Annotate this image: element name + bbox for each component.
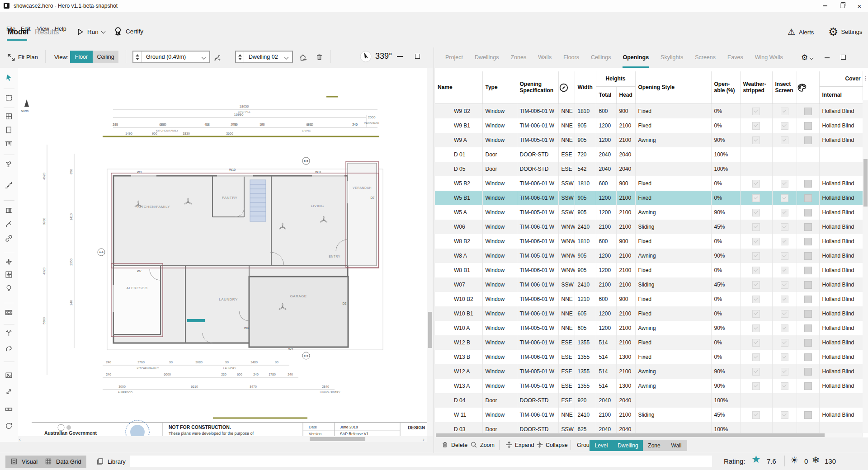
table-row[interactable]: W10 B1WindowTIM-006-01 WNNE60512002100Fi… bbox=[435, 306, 863, 321]
weatherstripped-checkbox[interactable] bbox=[752, 281, 760, 289]
column-header-weatherstripped[interactable]: Weather- stripped bbox=[740, 71, 772, 104]
window-minimize-button[interactable] bbox=[816, 0, 834, 12]
table-row[interactable]: W9 B1WindowTIM-006-01 WNNE90512002100Fix… bbox=[435, 118, 863, 133]
insect-checkbox[interactable] bbox=[781, 194, 788, 202]
column-header-openable[interactable]: Open- able (%) bbox=[711, 71, 740, 104]
color-swatch[interactable] bbox=[804, 238, 812, 245]
plan-horizontal-scrollbar[interactable]: ‹ › bbox=[18, 436, 427, 442]
hose-tool[interactable] bbox=[5, 221, 13, 229]
heater-tool[interactable] bbox=[5, 207, 13, 215]
north-rotation-icon[interactable] bbox=[360, 51, 372, 62]
level-stepper[interactable] bbox=[133, 52, 142, 62]
window-restore-button[interactable] bbox=[834, 0, 851, 12]
grid-tab-skylights[interactable]: Skylights bbox=[660, 48, 683, 68]
lasso-tool[interactable] bbox=[5, 345, 13, 353]
color-swatch[interactable] bbox=[804, 339, 812, 347]
level-select[interactable]: Ground (0.49m) bbox=[132, 51, 210, 63]
expand-button[interactable]: Expand bbox=[515, 442, 534, 448]
table-row[interactable]: D 04DoorDOOR-STDESE92020402040100% bbox=[435, 393, 863, 408]
selected-opening-highlight[interactable] bbox=[187, 319, 205, 322]
color-swatch[interactable] bbox=[804, 136, 812, 144]
table-row[interactable]: W8 AWindowTIM-005-01 WWNW90512002100Awni… bbox=[435, 249, 863, 263]
table-row-selected[interactable]: W5 B1WindowTIM-006-01 WSSW90512002100Fix… bbox=[435, 191, 863, 205]
color-swatch[interactable] bbox=[804, 368, 812, 376]
grid-tab-floors[interactable]: Floors bbox=[563, 48, 579, 68]
floor-plan-canvas[interactable]: North KITCHEN/FAMILY PANTRY LIVING VERAN… bbox=[18, 68, 427, 436]
dwelling-stepper[interactable] bbox=[236, 52, 244, 62]
view-ceiling-button[interactable]: Ceiling bbox=[93, 51, 118, 63]
grid-tab-eaves[interactable]: Eaves bbox=[727, 48, 743, 68]
color-swatch[interactable] bbox=[804, 223, 812, 231]
table-row[interactable]: W06WindowTIM-006-01 WWNW241021002100Slid… bbox=[435, 220, 863, 234]
insect-checkbox[interactable] bbox=[781, 339, 788, 347]
table-row[interactable]: W10 B2WindowTIM-006-01 WNNE1210600900Fix… bbox=[435, 292, 863, 306]
select-tool[interactable] bbox=[5, 74, 13, 82]
data-grid-toggle-button[interactable]: Data Grid bbox=[40, 456, 86, 468]
run-dropdown-icon[interactable] bbox=[101, 29, 105, 33]
fit-plan-button[interactable]: Fit Plan bbox=[18, 54, 38, 61]
exhaust-fan-tool[interactable] bbox=[5, 271, 13, 279]
insect-checkbox[interactable] bbox=[781, 353, 788, 361]
link-tool[interactable] bbox=[5, 235, 13, 243]
weatherstripped-checkbox[interactable] bbox=[752, 122, 760, 130]
add-level-icon[interactable] bbox=[213, 54, 222, 62]
certify-button[interactable]: Certify bbox=[113, 26, 143, 36]
delete-icon[interactable] bbox=[441, 441, 449, 449]
weatherstripped-checkbox[interactable] bbox=[752, 194, 760, 202]
resize-tool[interactable] bbox=[5, 388, 13, 396]
split-tool[interactable] bbox=[5, 329, 13, 337]
column-header-swatch[interactable] bbox=[797, 71, 819, 104]
color-swatch[interactable] bbox=[804, 180, 812, 188]
table-row[interactable]: D 01DoorDOOR-STDESE72020402040100% bbox=[435, 147, 863, 162]
plan-hscroll-thumb[interactable] bbox=[310, 437, 365, 441]
insect-checkbox[interactable] bbox=[781, 411, 788, 419]
table-row[interactable]: W5 AWindowTIM-005-01 WSSW90512002100Awni… bbox=[435, 205, 863, 220]
weatherstripped-checkbox[interactable] bbox=[752, 353, 760, 361]
table-row[interactable]: W9 B2WindowTIM-006-01 WNNE1810600900Fixe… bbox=[435, 104, 863, 119]
insect-checkbox[interactable] bbox=[781, 223, 788, 231]
grid-hscroll-thumb[interactable] bbox=[436, 433, 825, 437]
color-swatch[interactable] bbox=[804, 194, 812, 202]
image-tool[interactable] bbox=[5, 371, 13, 380]
insect-checkbox[interactable] bbox=[781, 382, 788, 390]
column-header-style[interactable]: Opening Style bbox=[635, 71, 711, 104]
expand-icon[interactable] bbox=[505, 441, 514, 449]
grid-tab-screens[interactable]: Screens bbox=[695, 48, 716, 68]
fan-tool[interactable] bbox=[5, 258, 13, 266]
grid-panel-maximize-button[interactable] bbox=[841, 55, 846, 60]
grid-tab-walls[interactable]: Walls bbox=[538, 48, 552, 68]
group-by-dwelling-button[interactable]: Dwelling bbox=[613, 440, 643, 451]
column-header-insect[interactable]: Insect Screen bbox=[772, 71, 797, 104]
insect-checkbox[interactable] bbox=[781, 310, 788, 318]
shade-tool[interactable] bbox=[5, 140, 13, 148]
weatherstripped-checkbox[interactable] bbox=[752, 310, 760, 318]
zone-tool[interactable] bbox=[5, 94, 13, 102]
table-row[interactable]: W13 BWindowTIM-006-01 WESE13555141300Fix… bbox=[435, 350, 863, 364]
table-row[interactable]: W8 B1WindowTIM-006-01 WWNW90512002100Fix… bbox=[435, 263, 863, 277]
left-panel-maximize-button[interactable] bbox=[415, 54, 420, 59]
grid-vertical-scrollbar[interactable] bbox=[863, 100, 868, 433]
table-row[interactable]: W10 AWindowTIM-005-01 WNNE60512002100Awn… bbox=[435, 321, 863, 335]
grid-tab-ceilings[interactable]: Ceilings bbox=[591, 48, 611, 68]
light-tool[interactable] bbox=[5, 284, 13, 292]
weatherstripped-checkbox[interactable] bbox=[752, 209, 760, 216]
insect-checkbox[interactable] bbox=[781, 324, 788, 332]
insect-checkbox[interactable] bbox=[781, 238, 788, 245]
dwelling-select[interactable]: Dwelling 02 bbox=[235, 51, 293, 63]
color-swatch[interactable] bbox=[804, 353, 812, 361]
table-row[interactable]: W8 B2WindowTIM-006-01 WWNW1810600900Fixe… bbox=[435, 234, 863, 249]
weatherstripped-checkbox[interactable] bbox=[752, 252, 760, 260]
delete-rows-button[interactable]: Delete bbox=[451, 442, 467, 448]
insect-checkbox[interactable] bbox=[781, 122, 788, 130]
settings-button[interactable]: ⚙ Settings bbox=[828, 25, 862, 38]
table-row[interactable]: W12 AWindowTIM-005-01 WESE13555142100Awn… bbox=[435, 364, 863, 379]
grid-tab-openings[interactable]: Openings bbox=[623, 48, 649, 68]
column-header-type[interactable]: Type bbox=[482, 71, 517, 104]
table-row[interactable]: W13 AWindowTIM-005-01 WESE13555141300Awn… bbox=[435, 379, 863, 393]
insect-checkbox[interactable] bbox=[781, 209, 788, 216]
weatherstripped-checkbox[interactable] bbox=[752, 411, 760, 419]
color-swatch[interactable] bbox=[804, 252, 812, 260]
grid-vscroll-thumb[interactable] bbox=[863, 159, 868, 207]
column-header-orientation[interactable] bbox=[558, 71, 575, 104]
scroll-right-icon[interactable]: › bbox=[423, 437, 425, 442]
